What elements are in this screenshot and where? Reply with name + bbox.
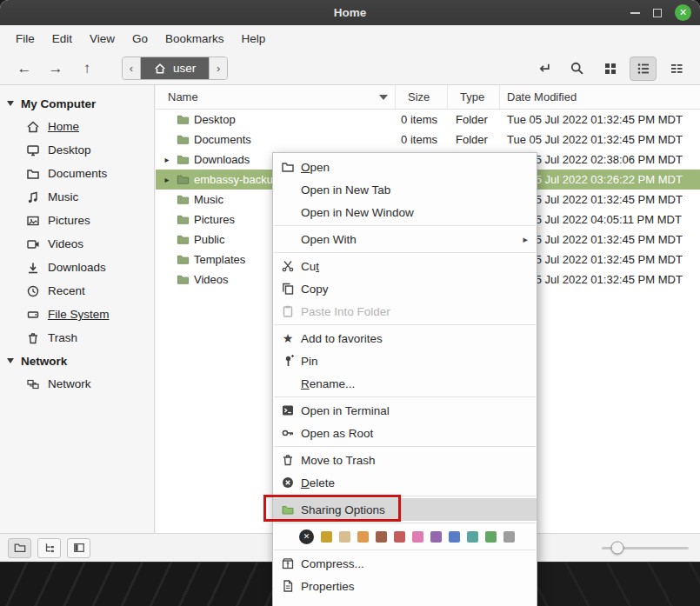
menu-item-paste-into-folder[interactable]: Paste Into Folder	[273, 300, 537, 323]
sidebar-item-documents[interactable]: Documents	[0, 162, 154, 185]
download-arrow-icon	[26, 261, 40, 275]
column-header-size[interactable]: Size	[396, 85, 448, 109]
sidebar-item-network[interactable]: Network	[0, 372, 154, 396]
sidebar-section-network[interactable]: Network	[0, 350, 154, 372]
sidebar-item-file-system[interactable]: File System	[0, 303, 154, 326]
file-name: Public	[194, 233, 224, 246]
menu-item-open-in-new-window[interactable]: Open in New Window	[273, 201, 537, 223]
sort-descending-icon	[379, 95, 388, 100]
open-folder-icon	[280, 160, 296, 174]
forward-button[interactable]: →	[42, 57, 70, 81]
toggle-sidebar-button[interactable]	[67, 538, 90, 558]
menu-edit[interactable]: Edit	[43, 28, 81, 50]
menu-help[interactable]: Help	[233, 28, 275, 50]
delete-circle-icon	[280, 476, 296, 489]
sidebar-item-recent[interactable]: Recent	[0, 279, 154, 303]
sidebar-item-trash[interactable]: Trash	[0, 326, 154, 350]
back-button[interactable]: ←	[10, 57, 38, 81]
menu-bookmarks[interactable]: Bookmarks	[157, 28, 233, 50]
toggle-location-entry-button[interactable]	[530, 57, 557, 81]
sidebar-item-pictures[interactable]: Pictures	[0, 209, 154, 232]
sidebar-item-home[interactable]: Home	[0, 115, 154, 138]
menu-item-open-with[interactable]: Open With ▸	[273, 228, 537, 250]
icon-view-button[interactable]	[597, 57, 623, 81]
zoom-slider-knob[interactable]	[611, 542, 624, 555]
menu-item-label: Properties	[301, 580, 355, 593]
minimize-button[interactable]	[630, 12, 640, 14]
maximize-button[interactable]	[653, 9, 662, 17]
scissors-icon	[280, 259, 296, 273]
folder-icon	[177, 133, 190, 146]
desktop-wallpaper-pattern-left	[0, 556, 296, 606]
color-swatch[interactable]	[485, 531, 497, 543]
menu-item-properties[interactable]: Properties	[273, 575, 537, 597]
menu-item-pin[interactable]: Pin	[273, 350, 537, 372]
menu-file[interactable]: File	[7, 28, 43, 50]
menu-view[interactable]: View	[81, 28, 123, 50]
column-header-date-modified[interactable]: Date Modified	[500, 85, 700, 109]
sidebar-item-label: Music	[48, 190, 78, 203]
expander-icon[interactable]: ▸	[162, 155, 172, 164]
show-treeview-button[interactable]	[37, 538, 61, 558]
zoom-slider[interactable]	[602, 539, 689, 556]
file-name: Downloads	[194, 153, 250, 166]
color-swatch[interactable]	[394, 531, 405, 543]
color-swatch[interactable]	[430, 531, 442, 543]
trash-icon	[26, 331, 40, 345]
breadcrumb-prev-button[interactable]: ‹	[123, 57, 141, 79]
color-swatch[interactable]	[412, 531, 423, 543]
menu-item-move-to-trash[interactable]: Move to Trash	[273, 449, 537, 471]
menu-separator	[274, 523, 536, 523]
clear-color-button[interactable]: ✕	[299, 529, 314, 544]
titlebar[interactable]: Home ✕	[0, 0, 700, 25]
breadcrumb-next-button[interactable]: ›	[209, 57, 227, 79]
documents-icon	[26, 167, 40, 181]
file-name: Videos	[194, 273, 229, 286]
file-type: Folder	[448, 113, 500, 126]
sidebar-item-videos[interactable]: Videos	[0, 232, 154, 256]
menu-item-delete[interactable]: Delete	[273, 471, 537, 494]
menu-item-rename[interactable]: Rename...	[273, 372, 537, 395]
search-button[interactable]	[563, 57, 590, 81]
color-swatch[interactable]	[376, 531, 387, 543]
close-button[interactable]: ✕	[675, 4, 691, 21]
sidebar-item-downloads[interactable]: Downloads	[0, 256, 154, 279]
color-swatch[interactable]	[503, 531, 515, 543]
desktop-icon	[26, 143, 40, 157]
menu-item-open-in-new-tab[interactable]: Open in New Tab	[273, 178, 537, 201]
column-header-name[interactable]: Name	[156, 85, 396, 109]
hard-drive-icon	[26, 308, 40, 322]
sidebar-item-desktop[interactable]: Desktop	[0, 138, 154, 162]
file-date: Tue 05 Jul 2022 01:32:45 PM MDT	[500, 113, 700, 126]
back-arrow-icon: ←	[17, 60, 32, 77]
list-view-button[interactable]	[630, 57, 657, 81]
color-swatch[interactable]	[339, 531, 350, 543]
menu-item-open[interactable]: Open	[273, 156, 537, 178]
menu-item-open-as-root[interactable]: Open as Root	[273, 422, 537, 444]
menu-item-add-to-favorites[interactable]: ★ Add to favorites	[273, 327, 537, 350]
color-swatch[interactable]	[357, 531, 369, 543]
menu-item-compress[interactable]: Compress...	[273, 552, 537, 575]
menu-item-copy[interactable]: Copy	[273, 277, 537, 300]
column-header-type[interactable]: Type	[448, 85, 500, 109]
compact-view-button[interactable]	[663, 57, 690, 81]
table-row[interactable]: Desktop 0 items Folder Tue 05 Jul 2022 0…	[156, 110, 700, 130]
menu-item-label: Open as Root	[301, 427, 373, 440]
menu-item-cut[interactable]: Cut	[273, 255, 537, 277]
expander-icon[interactable]: ▸	[162, 175, 172, 184]
collapse-caret-icon	[7, 358, 14, 363]
breadcrumb-current-label: user	[173, 62, 196, 75]
color-swatch[interactable]	[321, 531, 332, 543]
sidebar-section-my-computer[interactable]: My Computer	[0, 92, 154, 115]
file-name: Desktop	[194, 113, 236, 126]
properties-document-icon	[280, 579, 296, 593]
sidebar-item-music[interactable]: Music	[0, 185, 154, 209]
up-button[interactable]: ↑	[73, 57, 101, 81]
color-swatch[interactable]	[449, 531, 460, 543]
show-places-button[interactable]	[8, 538, 31, 558]
menu-go[interactable]: Go	[123, 28, 157, 50]
breadcrumb-current-button[interactable]: user	[141, 57, 209, 79]
menu-item-open-in-terminal[interactable]: Open in Terminal	[273, 399, 537, 422]
color-swatch[interactable]	[467, 531, 478, 543]
table-row[interactable]: Documents 0 items Folder Tue 05 Jul 2022…	[156, 130, 700, 150]
